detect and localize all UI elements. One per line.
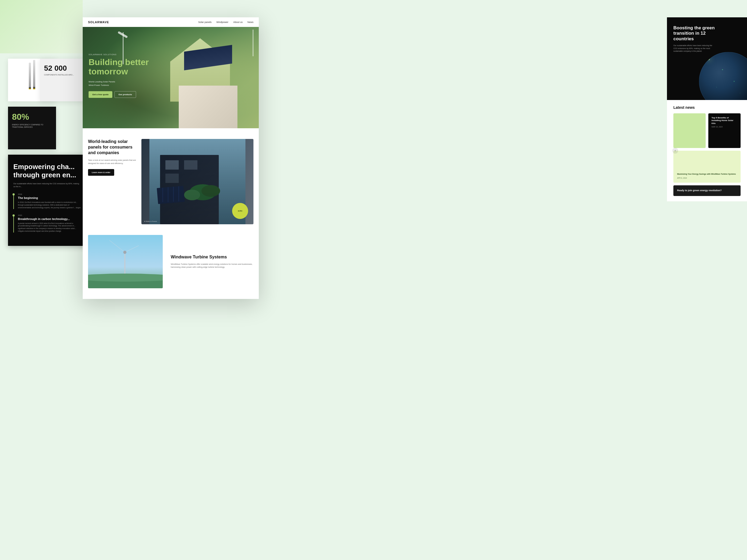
nav-about[interactable]: About us [233, 21, 243, 24]
timeline-year-2: 2020 [18, 214, 81, 216]
hero-section: SOLARWAVE SOLUTIONS Building better tomo… [83, 27, 259, 128]
news-title: Latest news [673, 105, 741, 110]
green-heading: Boosting the green transition in 12 coun… [673, 25, 721, 42]
news-section: Latest news ‹ Top 5 Benefits of Installi… [667, 100, 747, 201]
learn-more-button[interactable]: Learn more & order [88, 169, 114, 176]
hero-subtitle-1: World-Leading Solar Panels [88, 81, 149, 83]
news-nav-arrow[interactable]: ‹ [672, 148, 678, 154]
main-website: SOLARWAVE Solar panels Windpower About u… [83, 17, 259, 299]
pencil-2 [33, 60, 35, 89]
brand-logo: SOLARWAVE [88, 21, 109, 24]
hero-eyebrow: SOLARWAVE SOLUTIONS [88, 54, 149, 55]
timeline-desc-2: A pivotal moment arrived in 2020 when Ec… [18, 222, 81, 233]
nav-windpower[interactable]: Windpower [216, 21, 228, 24]
our-products-button[interactable]: Our products [114, 91, 136, 98]
green-transition-section: Boosting the green transition in 12 coun… [667, 17, 747, 100]
stats-number-card: 52 000 COMPONENTS INSTALLED ARO... [40, 59, 85, 101]
svg-point-20 [88, 274, 163, 282]
timeline-item-1: 2018 The beginning In 2018, EcoTech Inno… [14, 193, 81, 209]
bg-decoration [0, 0, 83, 53]
timeline-title-2: Breakthrough in carbon technology... [18, 217, 81, 220]
hero-title: Building better tomorrow [88, 58, 149, 76]
navigation: SOLARWAVE Solar panels Windpower About u… [83, 17, 259, 27]
right-panel: Boosting the green transition in 12 coun… [667, 17, 747, 201]
turbine-heading: Windwave Turbine Systems [171, 255, 253, 260]
timeline-title-1: The beginning [18, 196, 81, 199]
solar-panel-image: ULTRA ★ Made in France [141, 139, 253, 224]
pencil-1 [29, 63, 31, 89]
solar-heading: World-leading solar panels for consumers… [88, 139, 136, 156]
hero-turbine-right [253, 30, 253, 56]
svg-point-18 [123, 251, 126, 254]
news-card-dark-1[interactable]: Top 5 Benefits of Installing Home Solar … [708, 113, 741, 148]
get-quote-button[interactable]: Get a free quote [88, 91, 112, 98]
solar-description: Take a look at our award-winning solar p… [88, 159, 136, 165]
globe-glow [707, 58, 710, 60]
turbine-svg [88, 235, 163, 288]
news-card-title-1: Top 5 Benefits of Installing Home Solar … [712, 116, 738, 125]
hero-subtitle-2: Wind-Power Turbines [88, 84, 149, 86]
turbine-text: Windwave Turbine Systems WindWave Turbin… [168, 255, 253, 269]
empower-heading: Empowering cha... through green en... [14, 163, 81, 179]
timeline-item-2: 2020 Breakthrough in carbon technology..… [14, 214, 81, 233]
empower-description: Our sustainable efforts have been reduci… [14, 182, 81, 188]
nav-links: Solar panels Windpower About us News [198, 21, 253, 24]
news-grid: ‹ Top 5 Benefits of Installing Home Sola… [673, 113, 741, 148]
nav-news[interactable]: News [247, 21, 253, 24]
hero-content: SOLARWAVE SOLUTIONS Building better tomo… [88, 54, 149, 98]
stats-efficiency-value: 80% [12, 112, 52, 122]
globe-dots [699, 52, 747, 100]
globe-visual [699, 52, 747, 100]
news-card-full[interactable]: Maximizing Your Energy Savings with Wind… [673, 151, 741, 183]
stats-efficiency-label: ENERGY EFFICIENCY COMPARED TO TRADITIONA… [12, 124, 52, 128]
hero-house-body [179, 86, 237, 128]
empower-section: Empowering cha... through green en... Ou… [8, 155, 87, 246]
news-bottom-card[interactable]: Ready to join green energy revolution? [673, 185, 741, 196]
ultra-badge-text: ULTRA [238, 210, 242, 212]
stats-number-value: 52 000 [44, 64, 81, 73]
turbine-description: WindWave Turbine Systems offer scalable … [171, 263, 253, 269]
news-card-date-1: MAR 15, 2024 [712, 126, 738, 128]
turbine-section: Windwave Turbine Systems WindWave Turbin… [83, 235, 259, 299]
news-bottom-title: Ready to join green energy revolution? [677, 189, 737, 192]
turbine-image [88, 235, 163, 288]
solar-panels-section: World-leading solar panels for consumers… [83, 128, 259, 235]
solar-text: World-leading solar panels for consumers… [88, 139, 141, 224]
ultra-badge: ULTRA [232, 203, 248, 219]
timeline-year-1: 2018 [18, 193, 81, 195]
stats-number-label: COMPONENTS INSTALLED ARO... [44, 74, 81, 76]
hero-buttons: Get a free quote Our products [88, 91, 149, 98]
made-in-france-label: ★ Made in France [144, 220, 157, 222]
stats-efficiency-card: 80% ENERGY EFFICIENCY COMPARED TO TRADIT… [8, 107, 56, 149]
news-card-label: Maximizing Your Energy Savings with Wind… [677, 173, 737, 175]
green-description: Our sustainable efforts have been reduci… [673, 44, 716, 53]
news-card-date-2: APR 8, 2024 [677, 177, 737, 179]
nav-solar-panels[interactable]: Solar panels [198, 21, 211, 24]
news-card-placeholder: ‹ [673, 113, 706, 148]
timeline-desc-1: In 2018, EcoTech Innovations was founded… [18, 201, 81, 209]
